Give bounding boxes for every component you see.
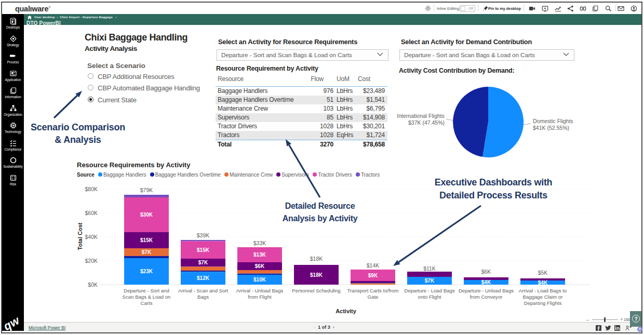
svg-text:$80K: $80K [85, 186, 98, 192]
svg-text:$40K: $40K [85, 234, 98, 240]
svg-text:$6K: $6K [481, 269, 491, 275]
svg-text:Arrival - Unload Bags: Arrival - Unload Bags [236, 288, 284, 293]
svg-text:$7K: $7K [142, 249, 152, 255]
svg-text:Scan Bags & Load on: Scan Bags & Load on [123, 294, 171, 300]
svg-text:$6K: $6K [255, 263, 265, 269]
svg-text:Activity: Activity [336, 308, 357, 314]
svg-text:$23K: $23K [140, 269, 153, 274]
svg-text:$11K: $11K [423, 265, 436, 272]
svg-text:Arrival - Load Bags to: Arrival - Load Bags to [519, 288, 567, 293]
svg-text:Baggage Claim or: Baggage Claim or [523, 294, 564, 300]
svg-text:$20K: $20K [85, 258, 98, 264]
svg-text:$4K: $4K [538, 280, 548, 286]
svg-text:$4K: $4K [481, 279, 491, 285]
svg-text:$15K: $15K [197, 247, 210, 253]
svg-text:$30K: $30K [140, 212, 153, 218]
svg-text:$13K: $13K [253, 252, 266, 258]
svg-text:Gate: Gate [368, 294, 379, 300]
svg-text:Departure - Load Bags: Departure - Load Bags [404, 288, 454, 293]
svg-text:Carts: Carts [141, 300, 153, 306]
svg-text:onto Flight: onto Flight [418, 294, 441, 300]
svg-text:$10K: $10K [253, 277, 266, 283]
svg-text:$12K: $12K [197, 275, 210, 281]
svg-text:$7K: $7K [198, 260, 208, 265]
svg-text:$7K: $7K [425, 278, 435, 284]
svg-text:$18K: $18K [310, 272, 323, 278]
svg-text:$9K: $9K [368, 273, 378, 278]
svg-text:Total Cost: Total Cost [77, 222, 83, 250]
svg-text:Personnel Scheduling: Personnel Scheduling [292, 288, 340, 293]
svg-text:Domestic Flights: Domestic Flights [533, 118, 573, 124]
svg-text:$39K: $39K [197, 232, 210, 238]
svg-text:$0K: $0K [88, 282, 98, 288]
svg-text:Departure - Sort and: Departure - Sort and [124, 288, 169, 293]
svg-text:Departure - Unload Bags: Departure - Unload Bags [459, 288, 514, 293]
svg-text:$79K: $79K [140, 187, 153, 193]
svg-text:Departing Flights: Departing Flights [524, 300, 562, 306]
svg-text:$33K: $33K [253, 240, 266, 246]
svg-text:$41K (52.55%): $41K (52.55%) [533, 125, 569, 131]
svg-text:$60K: $60K [85, 210, 98, 216]
svg-text:$18K: $18K [310, 256, 323, 262]
svg-text:$5K: $5K [538, 270, 548, 276]
svg-text:from Conveyor: from Conveyor [470, 294, 503, 300]
svg-text:$37K (47.45%): $37K (47.45%) [408, 119, 445, 126]
svg-text:Arrival - Scan and Sort: Arrival - Scan and Sort [178, 288, 229, 293]
svg-text:$14K: $14K [367, 262, 380, 269]
svg-text:Bags: Bags [197, 294, 209, 300]
svg-text:International Flights: International Flights [397, 113, 445, 119]
svg-text:Transport Carts to/from: Transport Carts to/from [347, 288, 399, 293]
svg-text:from Flight: from Flight [248, 294, 272, 300]
svg-text:$15K: $15K [140, 237, 153, 243]
